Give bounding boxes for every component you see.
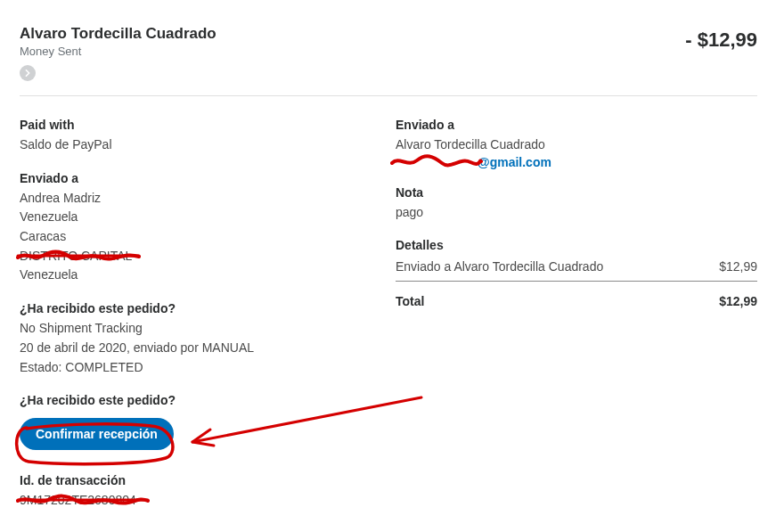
total-label: Total [396, 294, 424, 308]
shipment-status-block: ¿Ha recibido este pedido? No Shipment Tr… [20, 301, 362, 377]
confirm-block: ¿Ha recibido este pedido? Confirmar rece… [20, 393, 362, 468]
redacted-text: DISTRITO CAPITAL [20, 249, 132, 263]
note-title: Nota [396, 185, 757, 200]
email-suffix: @gmail.com [478, 155, 551, 169]
transaction-header: Alvaro Tordecilla Cuadrado Money Sent - … [20, 25, 757, 96]
transaction-id-title: Id. de transacción [20, 473, 362, 487]
address-line: Andrea Madriz [20, 189, 362, 209]
sent-to-title: Enviado a [396, 118, 757, 132]
transaction-id-block: Id. de transacción 9M17202TE2680804 [20, 473, 362, 511]
redacted-text: 9M17202TE2680804 [20, 493, 136, 507]
details-title: Detalles [396, 238, 757, 252]
note-block: Nota pago [396, 185, 757, 223]
expand-button[interactable] [20, 65, 36, 81]
total-amount: $12,99 [719, 294, 757, 308]
chevron-right-icon [24, 70, 31, 77]
shipped-to-address: Andrea Madriz Venezuela Caracas DISTRITO… [20, 189, 362, 285]
address-line: Caracas [20, 227, 362, 247]
paid-with-block: Paid with Saldo de PayPal [20, 118, 362, 155]
tracking-none: No Shipment Tracking [20, 319, 362, 339]
detail-label: Enviado a Alvaro Tordecilla Cuadrado [396, 259, 603, 274]
redaction-scribble-icon [390, 154, 483, 167]
shipped-to-title: Enviado a [20, 171, 362, 185]
address-line: Venezuela [20, 208, 362, 227]
address-line-redacted: DISTRITO CAPITAL [20, 247, 132, 266]
address-line: Venezuela [20, 266, 362, 285]
tracking-state: Estado: COMPLETED [20, 358, 362, 378]
received-question-2: ¿Ha recibido este pedido? [20, 393, 362, 407]
transaction-amount: - $12,99 [685, 25, 757, 52]
total-row: Total $12,99 [396, 282, 757, 308]
sent-to-email[interactable]: xxxxxxxxxx @gmail.com [396, 155, 551, 169]
sent-to-name: Alvaro Tordecilla Cuadrado [396, 135, 757, 155]
paid-with-title: Paid with [20, 118, 362, 132]
tracking-date: 20 de abril de 2020, enviado por MANUAL [20, 339, 362, 358]
note-value: pago [396, 203, 757, 223]
transaction-detail-page: Alvaro Tordecilla Cuadrado Money Sent - … [0, 0, 784, 532]
received-question: ¿Ha recibido este pedido? [20, 301, 362, 315]
shipped-to-block: Enviado a Andrea Madriz Venezuela Caraca… [20, 171, 362, 285]
paid-with-value: Saldo de PayPal [20, 135, 362, 155]
left-column: Paid with Saldo de PayPal Enviado a Andr… [20, 118, 388, 511]
transaction-subtitle: Money Sent [20, 45, 216, 58]
confirm-receipt-button[interactable]: Confirmar recepción [20, 418, 174, 450]
detail-line-item: Enviado a Alvaro Tordecilla Cuadrado $12… [396, 256, 757, 282]
right-column: Enviado a Alvaro Tordecilla Cuadrado xxx… [388, 118, 757, 511]
transaction-id-value: 9M17202TE2680804 [20, 491, 136, 511]
recipient-name: Alvaro Tordecilla Cuadrado [20, 25, 216, 43]
detail-amount: $12,99 [719, 259, 757, 274]
details-block: Detalles Enviado a Alvaro Tordecilla Cua… [396, 238, 757, 308]
transaction-body: Paid with Saldo de PayPal Enviado a Andr… [20, 96, 757, 511]
header-left: Alvaro Tordecilla Cuadrado Money Sent [20, 25, 216, 81]
sent-to-block: Enviado a Alvaro Tordecilla Cuadrado xxx… [396, 118, 757, 169]
